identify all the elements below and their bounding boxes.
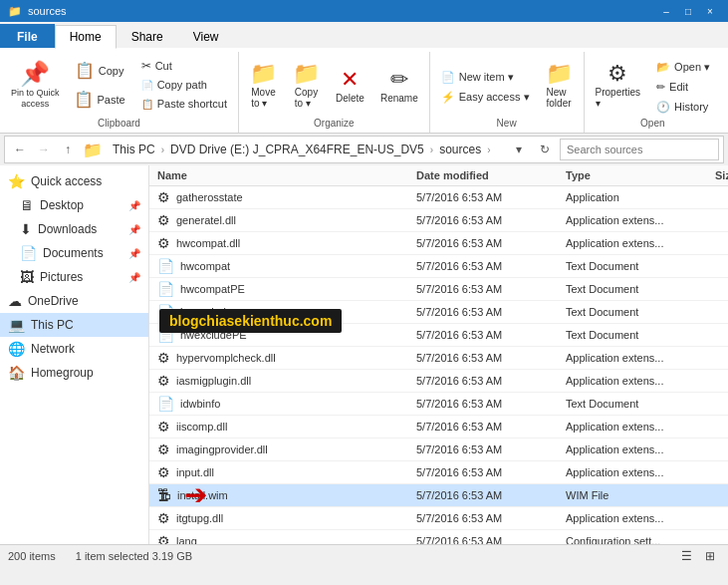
sidebar-item-network[interactable]: 🌐 Network — [0, 337, 148, 361]
tab-share[interactable]: Share — [117, 24, 178, 48]
rename-button[interactable]: ✏ Rename — [373, 57, 425, 113]
new-label: New — [434, 118, 580, 131]
copy-path-button[interactable]: 📄 Copy path — [134, 76, 234, 94]
title-icon: 📁 — [8, 5, 22, 18]
file-row[interactable]: ⚙ generatel.dll 5/7/2016 6:53 AM Applica… — [149, 209, 728, 232]
file-row[interactable]: ⚙ gatherosstate 5/7/2016 6:53 AM Applica… — [149, 186, 728, 209]
item-count: 200 items — [8, 550, 56, 562]
status-bar: 200 items 1 item selected 3.19 GB ☰ ⊞ — [0, 544, 728, 566]
this-pc-label: This PC — [31, 318, 74, 332]
file-row[interactable]: 📄 hwcompat 5/7/2016 6:53 AM Text Documen… — [149, 255, 728, 278]
tab-home[interactable]: Home — [55, 25, 117, 49]
large-icons-view-button[interactable]: ⊞ — [700, 547, 720, 565]
path-dvd-drive[interactable]: DVD Drive (E:) J_CPRA_X64FRE_EN-US_DV5 — [164, 141, 430, 158]
file-date: 5/7/2016 6:53 AM — [416, 535, 566, 544]
homegroup-label: Homegroup — [31, 366, 94, 380]
file-size: 679 KB — [715, 375, 728, 387]
file-type: Application extens... — [566, 443, 715, 455]
pin-to-quick-button[interactable]: 📌 Pin to Quickaccess — [4, 55, 67, 115]
file-row[interactable]: 📄 hwcompatPE 5/7/2016 6:53 AM Text Docum… — [149, 278, 728, 301]
sidebar-item-quick-access[interactable]: ⭐ Quick access — [0, 169, 148, 193]
file-type: Text Document — [566, 260, 715, 272]
properties-button[interactable]: ⚙ Properties▾ — [589, 57, 648, 113]
back-button[interactable]: ← — [9, 139, 31, 160]
file-icon: 📄 — [157, 281, 174, 297]
close-button[interactable]: × — [700, 3, 720, 19]
move-to-button[interactable]: 📁 Moveto ▾ — [243, 57, 284, 113]
history-button[interactable]: 🕐 History — [649, 98, 717, 116]
file-type: Application extens... — [566, 214, 715, 226]
file-type: Application extens... — [566, 352, 715, 364]
file-icon: ⚙ — [157, 510, 170, 526]
file-type: Application extens... — [566, 375, 715, 387]
col-name-header: Name — [157, 169, 416, 181]
file-row[interactable]: ⚙ iiscomp.dll 5/7/2016 6:53 AM Applicati… — [149, 416, 728, 439]
path-this-pc[interactable]: This PC — [107, 141, 161, 158]
sidebar-item-downloads[interactable]: ⬇ Downloads 📌 — [0, 217, 148, 241]
file-name: hwcompat — [180, 260, 230, 272]
new-folder-button[interactable]: 📁 Newfolder — [539, 57, 580, 113]
sidebar-item-documents[interactable]: 📄 Documents 📌 — [0, 241, 148, 265]
sidebar-item-onedrive[interactable]: ☁ OneDrive — [0, 289, 148, 313]
sidebar-item-pictures[interactable]: 🖼 Pictures 📌 — [0, 265, 148, 289]
file-date: 5/7/2016 6:53 AM — [416, 512, 566, 524]
search-input[interactable] — [560, 139, 719, 160]
file-date: 5/7/2016 6:53 AM — [416, 306, 566, 318]
details-view-button[interactable]: ☰ — [676, 547, 696, 565]
file-date: 5/7/2016 6:53 AM — [416, 260, 566, 272]
file-date: 5/7/2016 6:53 AM — [416, 466, 566, 478]
window-title: sources — [28, 5, 67, 17]
copy-to-button[interactable]: 📁 Copyto ▾ — [286, 57, 327, 113]
file-icon: ⚙ — [157, 350, 170, 366]
sidebar-item-homegroup[interactable]: 🏠 Homegroup — [0, 361, 148, 385]
open-button[interactable]: 📂 Open ▾ — [649, 58, 717, 76]
file-list: Name Date modified Type Size ⚙ gatheross… — [149, 165, 728, 544]
file-row[interactable]: ⚙ lang 5/7/2016 6:53 AM Configuration se… — [149, 530, 728, 544]
file-row[interactable]: 📄 idwbinfo 5/7/2016 6:53 AM Text Documen… — [149, 393, 728, 416]
file-type: Configuration sett... — [566, 535, 715, 544]
file-date: 5/7/2016 6:53 AM — [416, 283, 566, 295]
easy-access-button[interactable]: ⚡ Easy access ▾ — [434, 88, 537, 106]
file-row[interactable]: ⚙ hwcompat.dll 5/7/2016 6:53 AM Applicat… — [149, 232, 728, 255]
sidebar-item-this-pc[interactable]: 💻 This PC — [0, 313, 148, 337]
sidebar-item-desktop[interactable]: 🖥 Desktop 📌 — [0, 193, 148, 217]
cut-button[interactable]: ✂ Cut — [134, 57, 234, 75]
edit-button[interactable]: ✏ Edit — [649, 78, 717, 96]
paste-button[interactable]: 📋 Paste — [67, 86, 132, 114]
path-sources[interactable]: sources — [433, 141, 487, 158]
title-bar: 📁 sources – □ × — [0, 0, 728, 22]
up-button[interactable]: ↑ — [57, 139, 79, 160]
copy-button[interactable]: 📋 Copy — [67, 57, 132, 85]
maximize-button[interactable]: □ — [678, 3, 698, 19]
tab-file[interactable]: File — [0, 24, 55, 48]
desktop-label: Desktop — [40, 198, 84, 212]
file-list-header: Name Date modified Type Size — [149, 165, 728, 186]
downloads-icon: ⬇ — [20, 221, 32, 237]
tab-view[interactable]: View — [178, 24, 234, 48]
file-row[interactable]: ⚙ input.dll 5/7/2016 6:53 AM Application… — [149, 461, 728, 484]
pictures-label: Pictures — [40, 270, 83, 284]
new-item-button[interactable]: 📄 New item ▾ — [434, 68, 537, 86]
delete-button[interactable]: ✕ Delete — [329, 57, 371, 113]
file-type: Application extens... — [566, 466, 715, 478]
minimize-button[interactable]: – — [656, 3, 676, 19]
open-label: Open — [589, 118, 718, 131]
paste-shortcut-button[interactable]: 📋 Paste shortcut — [134, 95, 234, 113]
file-size: 1 KB — [715, 535, 728, 544]
file-name: lang — [176, 535, 197, 544]
refresh-button[interactable]: ↻ — [534, 139, 556, 160]
file-size: 3 KB — [715, 306, 728, 318]
file-date: 5/7/2016 6:53 AM — [416, 352, 566, 364]
file-row[interactable]: 🗜 install.wim 5/7/2016 6:53 AM WIM File … — [149, 484, 728, 507]
file-icon: 📄 — [157, 258, 174, 274]
dropdown-button[interactable]: ▾ — [508, 139, 530, 160]
file-row[interactable]: ⚙ imagingprovider.dll 5/7/2016 6:53 AM A… — [149, 439, 728, 461]
homegroup-icon: 🏠 — [8, 365, 25, 381]
file-size: 918 KB — [715, 260, 728, 272]
file-row[interactable]: ⚙ iasmigplugin.dll 5/7/2016 6:53 AM Appl… — [149, 370, 728, 393]
organize-group: 📁 Moveto ▾ 📁 Copyto ▾ ✕ Delete ✏ Rename … — [239, 52, 430, 133]
onedrive-label: OneDrive — [28, 294, 79, 308]
forward-button[interactable]: → — [33, 139, 55, 160]
file-row[interactable]: ⚙ itgtupg.dll 5/7/2016 6:53 AM Applicati… — [149, 507, 728, 530]
file-row[interactable]: ⚙ hypervomplcheck.dll 5/7/2016 6:53 AM A… — [149, 347, 728, 370]
